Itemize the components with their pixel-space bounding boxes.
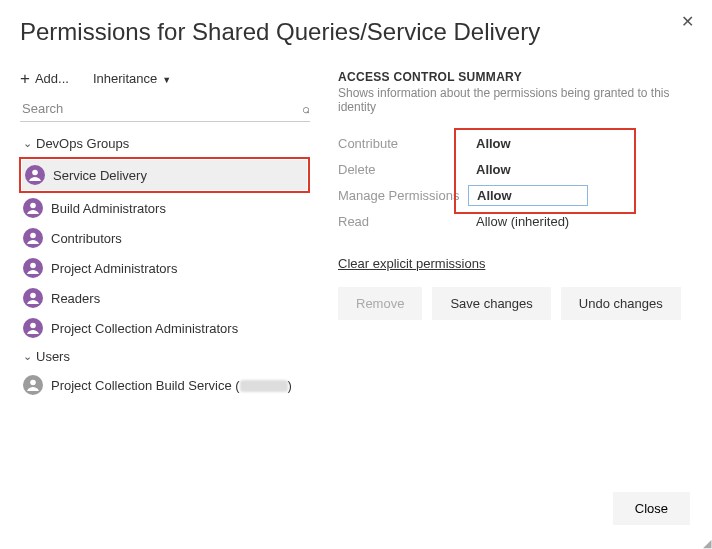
identity-name: Service Delivery [53,168,147,183]
chevron-down-icon: ▼ [162,75,171,85]
identity-contributors[interactable]: Contributors [20,223,310,253]
group-avatar-icon [23,258,43,278]
close-button[interactable]: Close [613,492,690,525]
perm-label: Read [338,214,468,229]
search-field[interactable] [20,100,302,117]
perm-row-delete: Delete Allow [338,156,692,182]
group-users[interactable]: ⌄ Users [20,343,310,370]
perm-value-dropdown[interactable]: Allow (inherited) [468,212,588,231]
dialog-title: Permissions for Shared Queries/Service D… [20,18,692,46]
svg-point-1 [32,170,38,176]
perm-label: Contribute [338,136,468,151]
acs-subheading: Shows information about the permissions … [338,86,692,114]
clear-permissions-link[interactable]: Clear explicit permissions [338,256,485,271]
identity-pca[interactable]: Project Collection Administrators [20,313,310,343]
chevron-down-icon: ⌄ [22,350,32,363]
add-label: Add... [35,71,69,86]
identity-build-service[interactable]: Project Collection Build Service () [20,370,310,400]
search-icon: ⌕ [302,101,310,116]
permissions-panel: ACCESS CONTROL SUMMARY Shows information… [338,70,692,400]
remove-button[interactable]: Remove [338,287,422,320]
svg-point-9 [30,293,36,299]
group-avatar-icon [23,288,43,308]
add-button[interactable]: + Add... [20,70,69,87]
identity-name: Contributors [51,231,122,246]
identity-name: Project Collection Build Service () [51,378,292,393]
acs-heading: ACCESS CONTROL SUMMARY [338,70,692,84]
identity-project-admins[interactable]: Project Administrators [20,253,310,283]
undo-button[interactable]: Undo changes [561,287,681,320]
group-avatar-icon [25,165,45,185]
group-avatar-icon [23,228,43,248]
identity-name: Readers [51,291,100,306]
identity-name: Project Collection Administrators [51,321,238,336]
identity-build-admins[interactable]: Build Administrators [20,193,310,223]
svg-point-3 [30,203,36,209]
perm-row-contribute: Contribute Allow [338,130,692,156]
perm-value-dropdown[interactable]: Allow [468,160,588,179]
perm-value-dropdown[interactable]: Allow [468,134,588,153]
user-avatar-icon [23,375,43,395]
svg-point-7 [30,263,36,269]
group-label: Users [36,349,70,364]
svg-point-11 [30,323,36,329]
redacted-text [240,380,288,392]
identity-name: Build Administrators [51,201,166,216]
group-avatar-icon [23,198,43,218]
save-button[interactable]: Save changes [432,287,550,320]
plus-icon: + [20,70,30,87]
group-avatar-icon [23,318,43,338]
svg-point-13 [30,380,36,386]
inheritance-label: Inheritance [93,71,157,86]
identity-service-delivery[interactable]: Service Delivery [22,160,307,190]
group-label: DevOps Groups [36,136,129,151]
inheritance-dropdown[interactable]: Inheritance ▼ [93,71,171,86]
perm-row-manage: Manage Permissions Allow [338,182,692,208]
highlight-annotation: Service Delivery [19,157,310,193]
group-devops[interactable]: ⌄ DevOps Groups [20,130,310,157]
search-input[interactable]: ⌕ [20,97,310,122]
perm-label: Manage Permissions [338,188,468,203]
close-icon[interactable]: ✕ [681,12,694,31]
perm-row-read: Read Allow (inherited) [338,208,692,234]
identity-readers[interactable]: Readers [20,283,310,313]
svg-point-5 [30,233,36,239]
identity-panel: + Add... Inheritance ▼ ⌕ ⌄ DevOps Groups [20,70,310,400]
resize-handle-icon[interactable]: ◢ [703,540,709,546]
identity-name: Project Administrators [51,261,177,276]
chevron-down-icon: ⌄ [22,137,32,150]
perm-label: Delete [338,162,468,177]
perm-value-dropdown[interactable]: Allow [468,185,588,206]
